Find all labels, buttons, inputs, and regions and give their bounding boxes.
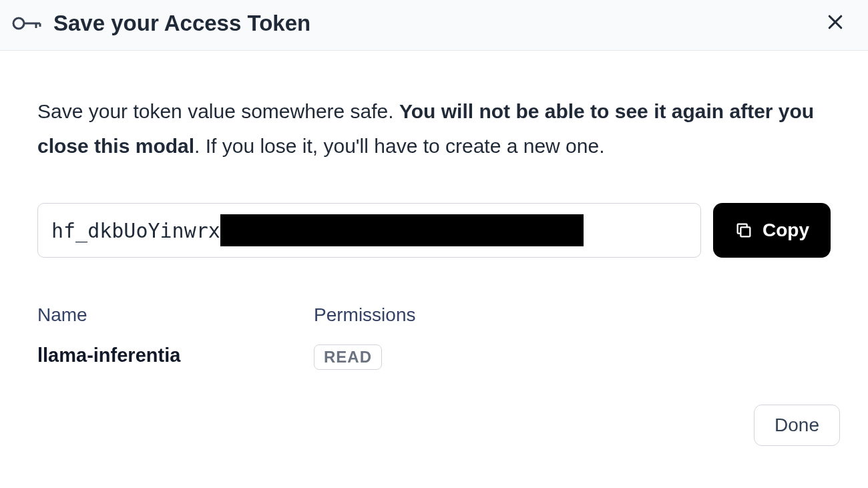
modal-body: Save your token value somewhere safe. Yo… — [0, 51, 868, 390]
close-button[interactable] — [823, 9, 848, 37]
modal-title: Save your Access Token — [53, 11, 310, 36]
modal-footer: Done — [0, 398, 868, 446]
name-label: Name — [37, 304, 314, 326]
instruction-text: Save your token value somewhere safe. Yo… — [37, 94, 831, 163]
modal-header: Save your Access Token — [0, 0, 868, 51]
header-left: Save your Access Token — [12, 11, 310, 36]
svg-rect-6 — [740, 228, 750, 237]
instruction-part2: . If you lose it, you'll have to create … — [194, 135, 604, 157]
name-value: llama-inferentia — [37, 344, 314, 367]
copy-icon — [734, 221, 753, 240]
key-icon — [12, 13, 41, 33]
permissions-badge: READ — [314, 344, 382, 370]
copy-label: Copy — [763, 220, 809, 241]
copy-button[interactable]: Copy — [713, 203, 831, 258]
token-visible-prefix: hf_dkbUoYinwrx — [51, 219, 220, 242]
meta-permissions-column: Permissions READ — [314, 304, 415, 370]
token-row: hf_dkbUoYinwrx Copy — [37, 203, 831, 258]
token-meta: Name llama-inferentia Permissions READ — [37, 304, 831, 370]
close-icon — [825, 12, 845, 34]
token-field[interactable]: hf_dkbUoYinwrx — [37, 203, 701, 258]
svg-point-0 — [13, 18, 24, 29]
instruction-part1: Save your token value somewhere safe. — [37, 100, 399, 122]
done-button[interactable]: Done — [754, 405, 840, 446]
token-redacted-block — [220, 214, 584, 246]
meta-name-column: Name llama-inferentia — [37, 304, 314, 370]
permissions-label: Permissions — [314, 304, 415, 326]
